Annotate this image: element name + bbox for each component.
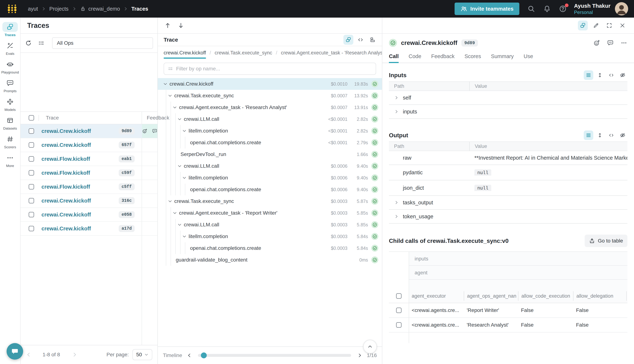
hide-values-button[interactable] — [618, 70, 627, 80]
chevron-down-icon[interactable] — [172, 210, 179, 215]
chevron-down-icon[interactable] — [168, 93, 174, 98]
previous-call-arrow-icon[interactable] — [164, 22, 171, 29]
tree-row[interactable]: crewai.Agent.execute_task - 'Research An… — [158, 102, 382, 113]
flame-graph-view-button[interactable] — [368, 35, 378, 45]
fullscreen-button[interactable] — [604, 20, 614, 30]
chevron-down-icon[interactable] — [182, 176, 189, 180]
more-menu-icon[interactable] — [620, 40, 627, 46]
chevron-down-icon[interactable] — [177, 222, 184, 227]
input-row-inputs[interactable]: inputs — [389, 105, 627, 119]
trace-link[interactable]: crewai.Flow.kickoff — [42, 156, 90, 162]
trace-link[interactable]: crewai.Crew.kickoff — [42, 142, 91, 148]
breadcrumb-org[interactable]: ayut — [28, 6, 38, 12]
tab-summary[interactable]: Summary — [491, 53, 514, 63]
hide-values-button[interactable] — [618, 130, 627, 140]
row-checkbox[interactable] — [29, 128, 34, 134]
tree-row[interactable]: guardrail-validate_blog_content 0ms — [158, 254, 382, 266]
tree-row[interactable]: crewai.Crew.kickoff $0.0010 19.83s — [158, 78, 382, 90]
column-header[interactable]: b — [626, 291, 627, 301]
chevron-right-icon[interactable] — [394, 109, 403, 114]
comment-icon[interactable] — [607, 40, 614, 46]
chat-launcher-button[interactable] — [7, 343, 23, 360]
trace-link[interactable]: crewai.Crew.kickoff — [42, 198, 91, 204]
sidebar-item-more[interactable]: More — [0, 153, 20, 168]
select-all-checkbox[interactable] — [29, 115, 34, 120]
help-icon[interactable] — [559, 5, 567, 13]
previous-page-button[interactable] — [26, 352, 32, 358]
row-checkbox[interactable] — [29, 184, 34, 190]
scroll-top-button[interactable] — [363, 340, 377, 353]
timeline-slider-handle[interactable] — [201, 352, 207, 358]
table-row[interactable]: crewai.Flow.kickoff eab1 — [21, 152, 157, 166]
search-icon[interactable] — [527, 5, 535, 13]
code-view-button[interactable] — [356, 35, 366, 45]
table-row[interactable]: <crewai.agents.cre... 'Research Analyst'… — [389, 318, 627, 332]
output-row-json-dict[interactable]: json_dict null — [389, 180, 627, 196]
column-header[interactable]: agent_executor — [409, 291, 464, 301]
expand-all-button[interactable] — [595, 130, 605, 140]
sidebar-item-traces[interactable]: Traces — [0, 22, 20, 37]
chevron-down-icon[interactable] — [163, 82, 169, 86]
trace-link[interactable]: crewai.Crew.kickoff — [42, 226, 91, 232]
tab-scores[interactable]: Scores — [465, 53, 481, 63]
sidebar-item-playground[interactable]: Playground — [0, 60, 20, 74]
sidebar-item-evals[interactable]: Evals — [0, 41, 20, 56]
tree-view-button[interactable] — [344, 35, 353, 45]
detail-content[interactable]: Inputs Path Value self — [382, 63, 634, 364]
list-view-button[interactable] — [584, 70, 593, 80]
table-row[interactable]: crewai.Crew.kickoff 9d89 — [21, 124, 157, 138]
tab-feedback[interactable]: Feedback — [431, 53, 455, 63]
call-id-badge[interactable]: 9d89 — [461, 40, 478, 46]
expand-all-button[interactable] — [595, 70, 605, 80]
op-filter-input[interactable] — [176, 66, 372, 72]
invite-teammates-button[interactable]: Invite teammates — [455, 2, 519, 15]
row-checkbox[interactable] — [396, 322, 402, 328]
output-row-token-usage[interactable]: token_usage — [389, 210, 627, 224]
tree-row[interactable]: litellm.completion <$0.0001 2.82s — [158, 125, 382, 137]
edit-button[interactable] — [591, 20, 601, 30]
chevron-right-icon[interactable] — [394, 200, 403, 205]
table-row[interactable]: crewai.Crew.kickoff 316c — [21, 194, 157, 208]
tree-row[interactable]: litellm.completion $0.0006 9.40s — [158, 172, 382, 184]
next-call-arrow-icon[interactable] — [178, 22, 184, 29]
output-row-raw[interactable]: raw **Investment Report: AI in Chemical … — [389, 151, 627, 165]
call-crumb[interactable]: crewai.Crew.kickoff — [164, 50, 206, 56]
ops-filter-dropdown[interactable]: All Ops — [52, 38, 153, 49]
call-crumb[interactable]: crewai.Agent.execute_task - 'Research An… — [281, 50, 382, 56]
call-crumb[interactable]: crewai.Task.execute_sync — [215, 50, 272, 56]
comment-icon[interactable] — [152, 128, 157, 134]
go-to-table-button[interactable]: Go to table — [585, 234, 627, 247]
trace-link[interactable]: crewai.Crew.kickoff — [42, 128, 91, 134]
timeline-slider[interactable] — [198, 354, 351, 357]
column-header[interactable]: allow_code_execution — [518, 291, 573, 301]
tree-row[interactable]: openai.chat.completions.create $0.0003 5… — [158, 242, 382, 254]
table-row[interactable]: crewai.Crew.kickoff e058 — [21, 208, 157, 222]
row-checkbox[interactable] — [29, 156, 34, 162]
select-all-checkbox[interactable] — [396, 293, 402, 299]
table-row[interactable]: crewai.Crew.kickoff a17d — [21, 222, 157, 236]
row-checkbox[interactable] — [29, 226, 34, 231]
trace-column-header[interactable]: Trace — [46, 115, 59, 121]
breadcrumb-projects[interactable]: Projects — [49, 6, 69, 12]
trace-link[interactable]: crewai.Flow.kickoff — [42, 170, 90, 176]
tree-row[interactable]: litellm.completion $0.0003 5.84s — [158, 230, 382, 242]
column-header[interactable]: allow_delegation — [573, 291, 626, 301]
sidebar-item-datasets[interactable]: Datasets — [0, 116, 20, 130]
chevron-down-icon[interactable] — [182, 128, 189, 133]
timeline-prev-button[interactable] — [187, 353, 192, 358]
code-view-button[interactable] — [606, 70, 616, 80]
per-page-select[interactable]: 50 — [132, 349, 152, 360]
add-reaction-icon[interactable] — [142, 128, 148, 134]
chevron-down-icon[interactable] — [177, 117, 184, 122]
tree-row[interactable]: crewai.LLM.call $0.0006 9.40s — [158, 160, 382, 172]
row-checkbox[interactable] — [29, 142, 34, 148]
close-button[interactable] — [617, 20, 627, 30]
sidebar-item-models[interactable]: Models — [0, 97, 20, 112]
notifications-bell-icon[interactable] — [543, 5, 551, 13]
trace-link[interactable]: crewai.Crew.kickoff — [42, 212, 91, 218]
code-view-button[interactable] — [606, 130, 616, 140]
row-checkbox[interactable] — [29, 212, 34, 217]
refresh-button[interactable] — [25, 40, 32, 46]
tree-row[interactable]: crewai.LLM.call $0.0003 5.85s — [158, 219, 382, 230]
sidebar-item-prompts[interactable]: Prompts — [0, 78, 20, 93]
